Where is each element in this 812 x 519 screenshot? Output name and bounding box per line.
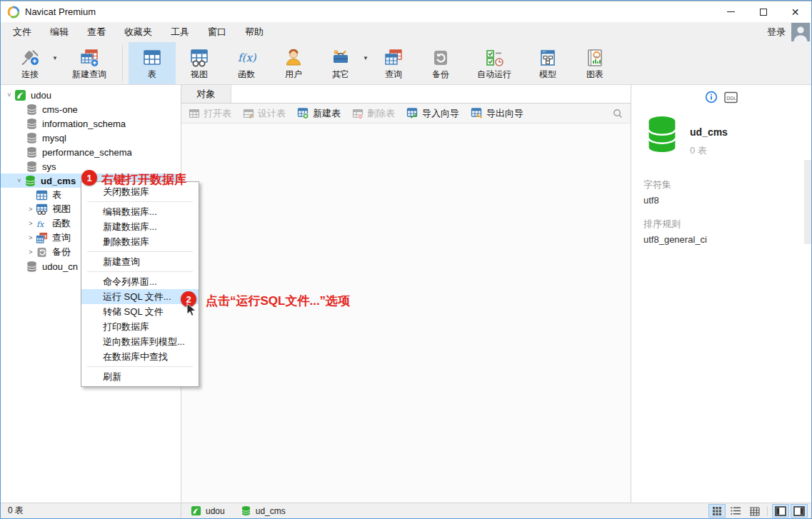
collapse-arrow-icon[interactable]: ˃ (26, 234, 36, 241)
user-avatar[interactable] (791, 23, 810, 41)
navicat-logo-icon (7, 6, 20, 19)
tree-db-information-schema[interactable]: information_schema (1, 116, 181, 131)
toolbar-users-button[interactable]: 用户 (270, 42, 317, 84)
query-node-icon (36, 232, 48, 244)
menu-separator (87, 201, 193, 202)
tree-label: 表 (52, 188, 61, 201)
menu-command-line[interactable]: 命令列界面... (81, 274, 199, 289)
menu-reverse-to-model[interactable]: 逆向数据库到模型... (81, 334, 199, 349)
toolbar-charts-button[interactable]: 图表 (571, 42, 618, 84)
toolbar-views-button[interactable]: 视图 (176, 42, 223, 84)
object-list-empty-area (181, 124, 631, 503)
toolbar-backup-button[interactable]: 备份 (417, 42, 464, 84)
toolbar-new-query-button[interactable]: 新建查询 (59, 42, 119, 84)
others-dropdown-caret[interactable]: ▼ (361, 55, 370, 61)
function-icon: fx (36, 218, 48, 230)
tab-bar: 对象 (181, 85, 631, 104)
toolbar-model-button[interactable]: 模型 (524, 42, 571, 84)
collapse-arrow-icon[interactable]: ˃ (26, 220, 36, 227)
toolbar-users-label: 用户 (285, 69, 302, 79)
menu-new-query[interactable]: 新建查询 (81, 254, 199, 269)
login-link[interactable]: 登录 (767, 26, 786, 39)
tree-label: 备份 (52, 246, 71, 258)
open-table-button[interactable]: 打开表 (189, 107, 231, 120)
view-detail-button[interactable] (746, 504, 763, 518)
statusbar-connection-name: udou (206, 506, 225, 516)
menu-tools[interactable]: 工具 (161, 22, 199, 42)
statusbar-connection: udou (191, 505, 225, 516)
menu-file[interactable]: 文件 (4, 22, 41, 42)
menu-edit-database[interactable]: 编辑数据库... (81, 204, 199, 219)
info-panel: DDL ud_cms 0 表 字符集 utf8 排序规则 utf8_genera… (631, 85, 811, 503)
statusbar-database-name: ud_cms (256, 506, 286, 516)
ddl-tab-icon[interactable]: DDL (724, 91, 738, 104)
menu-view[interactable]: 查看 (78, 22, 115, 42)
search-button[interactable] (612, 108, 623, 119)
toolbar-query-button[interactable]: 查询 (370, 42, 417, 84)
menu-new-database[interactable]: 新建数据库... (81, 219, 199, 234)
tree-db-mysql[interactable]: mysql (1, 131, 181, 145)
menu-window[interactable]: 窗口 (199, 22, 236, 42)
titlebar: Navicat Premium ✕ (1, 1, 811, 22)
view-grid-button[interactable] (708, 504, 726, 518)
menu-help[interactable]: 帮助 (236, 22, 273, 42)
import-wizard-button[interactable]: 导入向导 (406, 107, 459, 120)
backup-node-icon (36, 246, 48, 258)
minimize-button[interactable] (715, 1, 747, 22)
toggle-right-pane-button[interactable] (791, 504, 808, 518)
connection-dropdown-caret[interactable]: ▼ (51, 55, 59, 61)
menu-print-database[interactable]: 打印数据库 (81, 319, 199, 334)
others-icon (331, 48, 351, 68)
tree-db-performance-schema[interactable]: performance_schema (1, 145, 181, 159)
mouse-cursor-icon (186, 303, 197, 318)
toolbar-tables-button[interactable]: 表 (129, 42, 176, 84)
database-icon (26, 261, 38, 273)
collapse-arrow-icon[interactable]: ˃ (26, 248, 36, 256)
charts-icon (585, 48, 605, 68)
toolbar-others-button[interactable]: 其它 (317, 42, 364, 84)
tree-db-cms-one[interactable]: cms-one (1, 102, 181, 116)
tree-label: udou (31, 90, 51, 101)
toolbar-model-label: 模型 (539, 69, 556, 79)
close-button[interactable]: ✕ (779, 1, 811, 22)
table-icon (36, 189, 48, 201)
toolbar-automation-button[interactable]: 自动运行 (464, 42, 524, 84)
object-toolbar: 打开表 设计表 (181, 104, 631, 124)
menu-favorites[interactable]: 收藏夹 (115, 22, 161, 42)
statusbar-database: ud_cms (241, 505, 286, 516)
collapse-arrow-icon[interactable]: ˃ (26, 206, 36, 213)
delete-table-button[interactable]: 删除表 (352, 107, 395, 120)
new-table-button[interactable]: 新建表 (297, 107, 341, 120)
export-wizard-button[interactable]: 导出向导 (471, 107, 523, 120)
new-table-label: 新建表 (313, 107, 341, 120)
toolbar-connection-button[interactable]: 连接 (6, 42, 54, 84)
menu-refresh[interactable]: 刷新 (81, 369, 199, 384)
menu-find-in-database[interactable]: 在数据库中查找 (81, 349, 199, 364)
charset-value: utf8 (643, 193, 811, 208)
open-table-icon (189, 108, 200, 119)
charset-label: 字符集 (643, 177, 811, 193)
menu-dump-sql-file[interactable]: 转储 SQL 文件 (81, 304, 199, 319)
right-pane-icon (793, 506, 805, 516)
step2-annotation-text: 点击“运行SQL文件...”选项 (206, 293, 350, 309)
toolbar-backup-label: 备份 (432, 69, 449, 79)
menu-edit[interactable]: 编辑 (41, 22, 78, 42)
design-table-button[interactable]: 设计表 (243, 107, 286, 120)
toolbar-functions-button[interactable]: f(x) 函数 (223, 42, 270, 84)
tab-objects[interactable]: 对象 (181, 85, 231, 103)
database-icon (26, 161, 38, 173)
menu-delete-database[interactable]: 删除数据库 (81, 234, 199, 249)
toggle-left-pane-button[interactable] (772, 504, 789, 518)
query-icon (384, 48, 404, 68)
tree-label: ud_cms (41, 176, 76, 186)
view-list-button[interactable] (727, 504, 744, 518)
tree-connection-udou[interactable]: ˅ udou (1, 88, 181, 102)
svg-text:f(x): f(x) (238, 51, 256, 64)
statusbar-count: 0 表 (1, 503, 181, 518)
expand-arrow-icon[interactable]: ˅ (14, 177, 24, 184)
maximize-button[interactable] (747, 1, 779, 22)
design-table-icon (243, 108, 254, 119)
info-tab-icon[interactable] (705, 91, 718, 104)
panel-scrollbar[interactable] (804, 160, 811, 244)
expand-arrow-icon[interactable]: ˅ (4, 91, 14, 99)
